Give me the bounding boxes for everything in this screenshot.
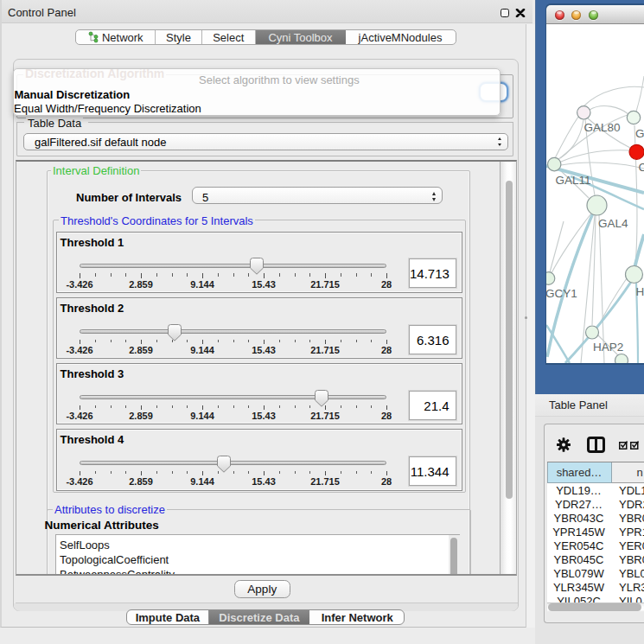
svg-text:C: C bbox=[639, 161, 644, 174]
svg-text:GAL80: GAL80 bbox=[584, 121, 621, 134]
svg-text:GA: GA bbox=[635, 127, 644, 140]
svg-text:GAL11: GAL11 bbox=[556, 174, 591, 187]
svg-text:GAL4: GAL4 bbox=[598, 217, 628, 230]
svg-text:GCY1: GCY1 bbox=[546, 287, 577, 300]
svg-text:HAP2: HAP2 bbox=[593, 341, 623, 354]
svg-text:H: H bbox=[636, 285, 644, 298]
